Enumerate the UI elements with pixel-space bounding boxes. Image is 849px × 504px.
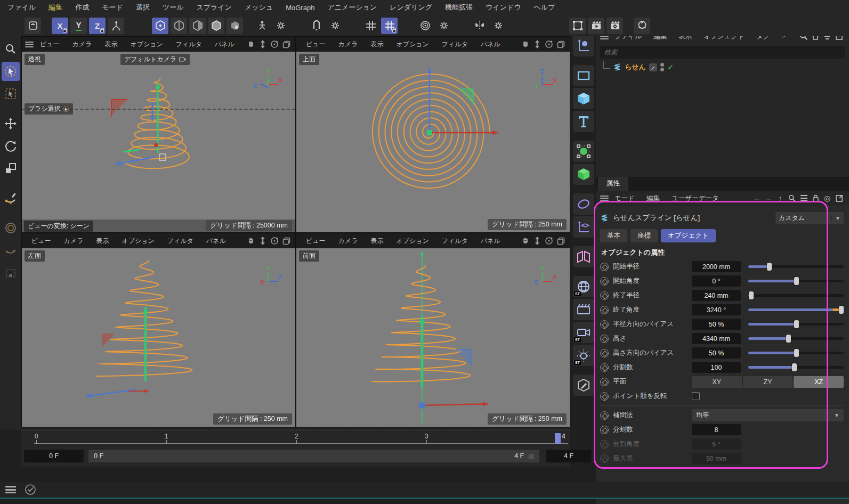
vp-menu-panel[interactable]: パネル [474, 237, 507, 246]
up-arrow-icon[interactable]: ↑ [774, 192, 786, 204]
rotate-view-icon[interactable] [543, 38, 555, 50]
spline-smooth-tool[interactable] [2, 241, 20, 260]
layer-toggle-icon[interactable] [649, 63, 657, 71]
frame-range-slider[interactable]: 0 F 4 F ||| [88, 450, 539, 462]
model-mode-button[interactable] [152, 18, 168, 34]
tab-object[interactable]: オブジェクト [661, 229, 716, 242]
list-icon[interactable] [798, 192, 810, 204]
keyframe-icon[interactable] [600, 426, 609, 434]
viewport-search-button[interactable] [2, 39, 20, 59]
end-angle-field[interactable]: 3240 ° [692, 304, 741, 315]
start-angle-slider[interactable] [748, 275, 844, 287]
playhead[interactable] [555, 433, 561, 444]
rotate-tool[interactable] [2, 136, 20, 156]
pan-hand-icon[interactable] [245, 235, 257, 247]
vp-menu-panel[interactable]: パネル [200, 237, 232, 246]
height-field[interactable]: 4340 mm [692, 333, 741, 344]
vp-menu-camera[interactable]: カメラ [58, 237, 90, 246]
zoom-icon[interactable] [257, 235, 269, 247]
plane-xz-button[interactable]: XZ [794, 376, 844, 388]
workplane-settings-gear-icon[interactable] [272, 18, 289, 34]
vp-menu-camera[interactable]: カメラ [66, 40, 99, 49]
am-menu-icon[interactable] [600, 196, 609, 201]
timeline-ruler[interactable]: 0 1 2 3 4 [21, 432, 570, 448]
vp-menu-camera[interactable]: カメラ [332, 40, 365, 49]
vp-menu-panel[interactable]: パネル [208, 40, 241, 49]
viewport-top[interactable]: ビュー カメラ 表示 オプション フィルタ パネル 上面 Z X Y グリッド間… [296, 37, 570, 232]
scale-tool[interactable] [2, 159, 20, 178]
pan-hand-icon[interactable] [520, 235, 531, 247]
end-frame-field[interactable]: 4 F [546, 450, 591, 462]
spline-arc-tool[interactable] [2, 263, 20, 282]
plane-xy-button[interactable]: XY [692, 376, 742, 388]
vp-menu-view[interactable]: ビュー [34, 40, 66, 49]
viewport-menu-icon[interactable] [25, 42, 34, 47]
rotate-view-icon[interactable] [543, 235, 555, 247]
render-settings-button[interactable] [607, 18, 623, 34]
render-view-button[interactable] [588, 18, 604, 34]
menu-file[interactable]: ファイル [7, 3, 36, 12]
height-bias-slider[interactable] [748, 347, 844, 359]
symmetry-mirror-button[interactable] [471, 18, 488, 34]
vp-menu-options[interactable]: オプション [115, 237, 160, 246]
vp-menu-options[interactable]: オプション [390, 40, 435, 49]
lock-icon[interactable] [810, 192, 821, 204]
start-radius-slider[interactable] [748, 261, 844, 272]
move-tool[interactable] [2, 114, 20, 133]
keyframe-icon[interactable] [600, 320, 609, 329]
menu-mode[interactable]: モード [102, 3, 123, 12]
vp-menu-view[interactable]: ビュー [300, 40, 332, 49]
enable-checkmark[interactable]: ✓ [667, 62, 674, 72]
fracture-generator-icon[interactable] [573, 164, 594, 185]
rotate-view-icon[interactable] [269, 235, 280, 247]
menu-mesh[interactable]: メッシュ [245, 3, 273, 12]
vp-menu-display[interactable]: 表示 [98, 40, 124, 49]
keyframe-icon[interactable] [600, 335, 609, 343]
vp-menu-filter[interactable]: フィルタ [161, 237, 200, 246]
tab-coordinates[interactable]: 座標 [630, 229, 658, 242]
end-radius-field[interactable]: 240 mm [692, 290, 741, 301]
plane-zy-button[interactable]: ZY [743, 376, 793, 388]
keyframe-icon[interactable] [600, 363, 609, 372]
stage-object-icon[interactable] [573, 299, 594, 320]
snap-magnet-button[interactable] [308, 18, 325, 34]
instance-icon[interactable] [573, 216, 594, 238]
viewport-left-canvas[interactable]: 左面 Y Z X グリッド間隔 : 250 mm [22, 248, 295, 427]
zoom-icon[interactable] [531, 38, 543, 50]
quantize-grid-lock-button[interactable] [381, 18, 398, 34]
menu-spline[interactable]: スプライン [196, 3, 232, 12]
menu-extensions[interactable]: 機能拡張 [445, 3, 473, 12]
end-angle-slider[interactable] [748, 304, 844, 315]
symmetry-generator-icon[interactable] [573, 246, 594, 267]
radial-bias-slider[interactable] [748, 319, 844, 330]
spline-pen-tool[interactable] [2, 189, 20, 208]
text-spline-icon[interactable] [573, 111, 594, 132]
am-menu-mode[interactable]: モード [609, 194, 641, 203]
history-palette-button[interactable] [25, 18, 41, 34]
viewport-left[interactable]: ビュー カメラ 表示 オプション フィルタ パネル 左面 Y Z X グリッド間… [22, 233, 295, 427]
radial-bias-field[interactable]: 50 % [692, 319, 741, 330]
polygon-mode-button[interactable] [208, 18, 224, 34]
maximize-view-icon[interactable] [555, 38, 567, 50]
material-editor-icon[interactable] [573, 375, 594, 396]
rectangle-selection-tool[interactable] [2, 84, 20, 103]
lock-y-axis-button[interactable]: Y [70, 18, 87, 34]
keyframe-icon[interactable] [600, 392, 609, 401]
menu-tools[interactable]: ツール [163, 3, 184, 12]
current-frame-field[interactable]: 0 F [24, 450, 84, 462]
pan-hand-icon[interactable] [520, 38, 531, 50]
vp-menu-options[interactable]: オプション [390, 237, 435, 246]
start-angle-field[interactable]: 0 ° [692, 275, 741, 287]
axis-settings-gear-icon[interactable] [435, 18, 452, 34]
vp-menu-panel[interactable]: パネル [474, 40, 507, 49]
workplane-button[interactable] [254, 18, 270, 34]
vp-menu-filter[interactable]: フィルタ [435, 237, 474, 246]
lock-z-axis-button[interactable]: Z [89, 18, 106, 34]
height-bias-field[interactable]: 50 % [692, 347, 741, 359]
camera-object-icon[interactable]: ST [573, 322, 594, 343]
am-menu-userdata[interactable]: ユーザーデータ [666, 194, 725, 203]
points-mode-button[interactable] [171, 18, 187, 34]
menu-animation[interactable]: アニメーション [327, 3, 377, 12]
live-selection-tool[interactable] [2, 62, 20, 81]
menu-mograph[interactable]: MoGraph [286, 4, 314, 12]
